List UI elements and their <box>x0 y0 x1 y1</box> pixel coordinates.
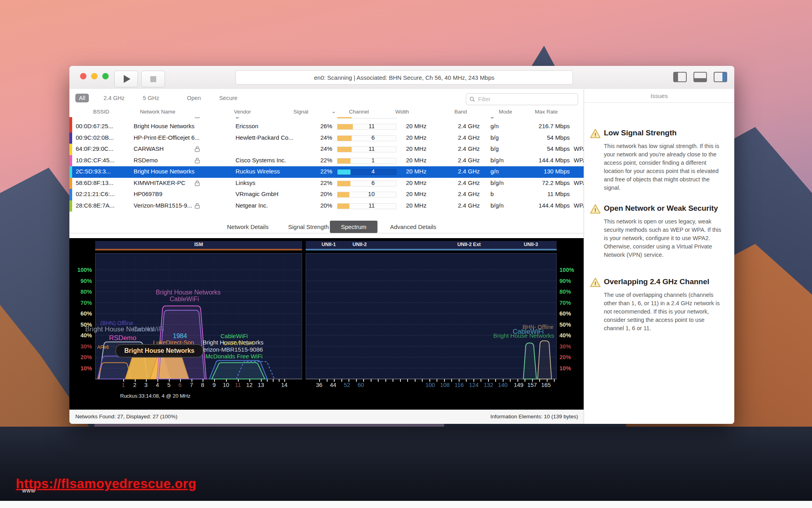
x-axis-tick <box>135 379 136 382</box>
signal-percent-cell: 20% <box>303 190 332 197</box>
tooltip-text: Bright House Networks <box>124 347 195 354</box>
vendor-cell: Netgear Inc. <box>236 202 303 209</box>
filter-tab-secure[interactable]: Secure <box>216 94 241 102</box>
x-axis-tick <box>429 379 430 382</box>
search-field[interactable] <box>466 93 578 105</box>
x-axis-tick <box>525 379 525 382</box>
x-axis-tick <box>356 379 357 382</box>
issue-body: This network is open or uses legacy, wea… <box>604 217 724 259</box>
network-shape-mcdonalds-free-wifi[interactable] <box>212 363 265 379</box>
column-header-width[interactable]: Width <box>395 109 409 115</box>
column-header-channel[interactable]: Channel <box>349 109 369 115</box>
network-name-cell: HP0697B9 <box>134 190 193 197</box>
channel-cell: 11 <box>347 123 375 129</box>
minimize-button[interactable] <box>91 73 98 79</box>
column-header-bssid[interactable]: BSSID <box>93 109 109 115</box>
table-row[interactable]: 58:6D:8F:13...KIMWHITAKER-PCLinksys22%62… <box>69 178 584 189</box>
stop-scan-button[interactable] <box>141 71 165 87</box>
x-axis-tick <box>146 379 147 382</box>
table-row[interactable]: 2C:5D:93:3...Bright House NetworksRuckus… <box>69 166 584 178</box>
table-row[interactable]: gg/' <box>69 117 584 121</box>
ssid-overlay-label: Bright House Networks <box>156 289 221 296</box>
column-header-mode[interactable]: Mode <box>499 109 512 115</box>
start-scan-button[interactable] <box>114 71 138 87</box>
stop-icon <box>150 76 156 82</box>
channel-label-140: 140 <box>498 382 508 388</box>
channel-label-44: 44 <box>330 382 336 388</box>
mode-cell: b/g <box>490 134 514 141</box>
ssid-overlay-label: Verizon-MBR1515-9086 <box>199 346 263 353</box>
column-header-vendor[interactable]: Vendor <box>234 109 251 115</box>
warning-icon: ! <box>590 204 601 214</box>
vendor-cell: Ericsson <box>236 123 303 129</box>
max-rate-cell: 216.7 Mbps <box>517 123 570 129</box>
issue-body: This network has low signal strength. If… <box>604 142 724 192</box>
ssid-overlay-label: CARWASH <box>223 340 253 346</box>
network-shape-bright-house-networks[interactable] <box>523 343 536 379</box>
max-rate-cell: 54 Mbps <box>517 145 570 152</box>
vendor-cell: Linksys <box>236 179 303 186</box>
column-header-band[interactable]: Band <box>454 109 467 115</box>
x-axis-tick <box>363 379 364 382</box>
channel-label-108: 108 <box>440 382 450 388</box>
table-row[interactable]: 00:0D:67:25...Bright House NetworksErics… <box>69 121 584 133</box>
filter-tab-open[interactable]: Open <box>183 94 204 102</box>
table-header[interactable]: BSSIDNetwork NameVendorSignalChannelWidt… <box>69 107 584 117</box>
x-axis-tick <box>341 379 342 382</box>
x-axis-tick <box>547 379 548 382</box>
signal-bar <box>337 117 396 119</box>
width-cell: 20 MHz <box>406 134 438 141</box>
watermark-url[interactable]: https://flsamoyedrescue.org <box>16 476 196 491</box>
x-axis-tick <box>495 379 496 382</box>
x-axis-tick <box>169 379 170 382</box>
bssid-cell: 00:0D:67:25... <box>76 123 131 129</box>
table-row[interactable]: 00:9C:02:0B...HP-Print-EE-Officejet 6...… <box>69 133 584 144</box>
mode-cell: b/g/n <box>490 179 514 186</box>
watermark-www: www <box>22 487 35 494</box>
bssid-cell: 2C:5D:93:3... <box>76 168 131 175</box>
search-input[interactable] <box>477 96 575 103</box>
channel-label-3: 3 <box>144 382 147 388</box>
column-header-network-name[interactable]: Network Name <box>140 109 175 115</box>
network-shape-bhn-offline[interactable] <box>538 341 552 379</box>
table-row[interactable]: 28:C6:8E:7A...Verizon-MBR1515-9...Netgea… <box>69 200 584 212</box>
bottom-white-strip <box>0 501 812 508</box>
table-row[interactable]: 02:21:21:C6:...HP0697B9VRmagic GmbH20%10… <box>69 189 584 200</box>
signal-sort-chevron-icon[interactable]: ⌄ <box>331 108 336 114</box>
toggle-right-panel-icon[interactable] <box>714 72 727 82</box>
close-button[interactable] <box>80 73 86 79</box>
zoom-button[interactable] <box>102 73 109 79</box>
tab-advanced-details[interactable]: Advanced Details <box>381 221 445 233</box>
x-axis-tick <box>371 379 372 382</box>
x-axis-tick <box>422 379 423 382</box>
network-name-cell: RSDemo <box>134 157 193 164</box>
lock-icon-cell <box>195 158 200 165</box>
tab-spectrum[interactable]: Spectrum <box>330 221 377 233</box>
network-name-cell: Bright House Networks <box>134 168 193 175</box>
column-header-max-rate[interactable]: Max Rate <box>535 109 558 115</box>
filter-tab-5-ghz[interactable]: 5 GHz <box>139 94 163 102</box>
lock-icon <box>195 158 200 164</box>
channel-label-8: 8 <box>201 382 204 388</box>
ssid-overlay-label: CableWiFi <box>220 333 248 339</box>
channel-label-124: 124 <box>469 382 479 388</box>
column-header-signal[interactable]: Signal <box>293 109 308 115</box>
titlebar[interactable]: en0: Scanning | Associated: BHN Secure, … <box>69 66 734 89</box>
channel-label-7: 7 <box>190 382 193 388</box>
filter-tab-all[interactable]: All <box>75 94 89 102</box>
screen: en0: Scanning | Associated: BHN Secure, … <box>0 0 812 508</box>
band-cell: 2.4 GHz <box>458 179 490 186</box>
table-row[interactable]: 10:8C:CF:45...RSDemoCisco Systems Inc.22… <box>69 155 584 167</box>
partial-table-row[interactable]: gg/' <box>69 117 584 121</box>
tab-network-details[interactable]: Network Details <box>218 221 278 233</box>
tab-signal-strength[interactable]: Signal Strength <box>280 221 337 233</box>
table-row[interactable]: 64:0F:29:0C...CARWASH24%1120 MHz2.4 GHzb… <box>69 144 584 155</box>
issue-title: Low Signal Strength <box>604 129 677 137</box>
toggle-left-panel-icon[interactable] <box>673 72 687 82</box>
filter-tab-2-4-ghz[interactable]: 2.4 GHz <box>100 94 128 102</box>
max-rate-cell: 144.4 Mbps <box>517 202 570 209</box>
mode-cell: g/n <box>490 168 514 175</box>
x-axis-tick <box>203 379 203 382</box>
bssid-cell: 00:9C:02:0B... <box>76 134 131 141</box>
toggle-bottom-panel-icon[interactable] <box>693 72 707 82</box>
